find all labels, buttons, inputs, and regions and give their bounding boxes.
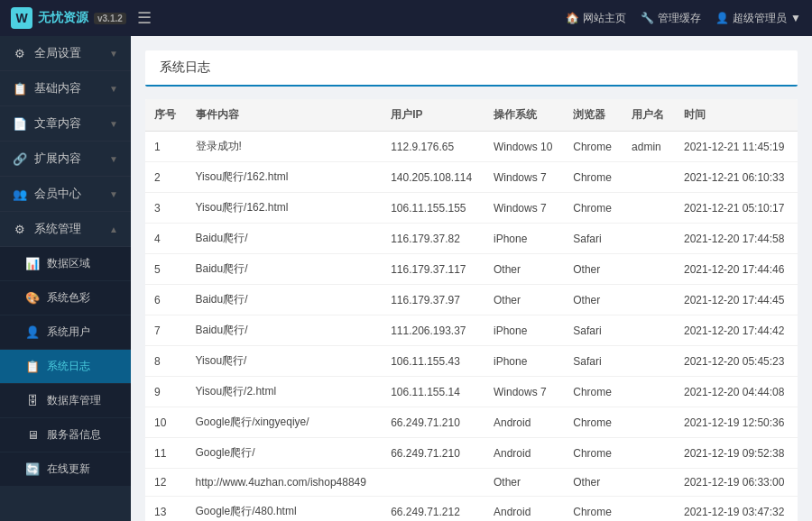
sidebar-label-server: 服务器信息 (47, 427, 101, 443)
table-cell: 2021-12-21 11:45:19 (675, 132, 798, 162)
col-user: 用户名 (623, 99, 675, 132)
table-cell: Android (484, 407, 564, 438)
sidebar-item-system-users[interactable]: 👤 系统用户 (0, 315, 131, 350)
sidebar-item-system-color[interactable]: 🎨 系统色彩 (0, 281, 131, 315)
col-id: 序号 (145, 99, 187, 132)
col-browser: 浏览器 (564, 99, 623, 132)
table-cell: Yisou爬行/162.html (187, 162, 383, 193)
table-cell: 7 (145, 315, 187, 346)
table-cell: 6 (145, 285, 187, 315)
sidebar-item-server-info[interactable]: 🖥 服务器信息 (0, 418, 131, 452)
chevron-up-icon: ▲ (109, 224, 118, 234)
system-submenu: 📊 数据区域 🎨 系统色彩 👤 系统用户 📋 系统日志 (0, 247, 131, 487)
table-cell: 1 (145, 132, 187, 162)
table-cell: 140.205.108.114 (382, 162, 484, 193)
nav-cache-link[interactable]: 🔧 管理缓存 (641, 11, 701, 26)
member-icon: 👥 (13, 187, 27, 201)
log-icon: 📋 (25, 360, 40, 373)
table-cell: 8 (145, 346, 187, 377)
sidebar-item-data-area[interactable]: 📊 数据区域 (0, 247, 131, 281)
system-icon: ⚙ (13, 223, 27, 236)
table-cell: Baidu爬行/ (187, 315, 383, 346)
sidebar-item-global-settings[interactable]: ⚙ 全局设置 ▼ (0, 36, 131, 71)
sidebar-item-article-content[interactable]: 📄 文章内容 ▼ (0, 106, 131, 142)
sidebar-label-member: 会员中心 (34, 186, 81, 202)
table-row: 4Baidu爬行/116.179.37.82iPhoneSafari2021-1… (145, 224, 798, 254)
table-cell (623, 407, 675, 438)
sidebar-label-system-users: 系统用户 (47, 324, 90, 340)
table-cell: Safari (564, 224, 623, 254)
table-row: 9Yisou爬行/2.html106.11.155.14Windows 7Chr… (145, 377, 798, 407)
sidebar-item-basic-content[interactable]: 📋 基础内容 ▼ (0, 71, 131, 106)
chevron-down-icon: ▼ (109, 49, 118, 59)
sidebar-item-member-center[interactable]: 👥 会员中心 ▼ (0, 177, 131, 212)
table-cell: Android (484, 497, 564, 522)
chevron-down-icon: ▼ (109, 154, 118, 164)
sidebar-item-database-mgmt[interactable]: 🗄 数据库管理 (0, 384, 131, 418)
table-cell: 2021-12-19 12:50:36 (675, 407, 798, 438)
table-cell: Yisou爬行/ (187, 346, 383, 377)
table-cell (623, 315, 675, 346)
table-cell: admin (623, 132, 675, 162)
sidebar-item-online-update[interactable]: 🔄 在线更新 (0, 452, 131, 487)
table-header: 序号 事件内容 用户IP 操作系统 浏览器 用户名 时间 (145, 99, 798, 132)
table-cell: Other (484, 469, 564, 497)
table-cell (623, 377, 675, 407)
table-cell: 2 (145, 162, 187, 193)
sidebar-item-system-log[interactable]: 📋 系统日志 (0, 350, 131, 384)
table-cell: Other (484, 285, 564, 315)
table-row: 7Baidu爬行/111.206.193.37iPhoneSafari2021-… (145, 315, 798, 346)
table-cell: Android (484, 438, 564, 469)
table-cell: 10 (145, 407, 187, 438)
table-cell: Other (564, 285, 623, 315)
table-cell: Chrome (564, 162, 623, 193)
table-cell: Other (564, 254, 623, 285)
col-os: 操作系统 (484, 99, 564, 132)
log-table-container: 序号 事件内容 用户IP 操作系统 浏览器 用户名 时间 1登录成功!112.9… (145, 99, 798, 521)
table-cell (623, 224, 675, 254)
table-cell: iPhone (484, 224, 564, 254)
page-title-bar: 系统日志 (145, 50, 798, 87)
menu-toggle-button[interactable]: ☰ (137, 8, 152, 28)
data-area-icon: 📊 (25, 257, 40, 270)
table-cell: 13 (145, 497, 187, 522)
table-cell: Chrome (564, 438, 623, 469)
header-nav: 🏠 网站主页 🔧 管理缓存 👤 超级管理员 ▼ (566, 11, 801, 26)
col-time: 时间 (675, 99, 798, 132)
main-content: 系统日志 序号 事件内容 用户IP 操作系统 浏览器 用户名 时间 1登录成功!… (131, 36, 812, 521)
table-row: 10Google爬行/xingyeqiye/66.249.71.210Andro… (145, 407, 798, 438)
table-cell: http://www.4uzhan.com/ishop48849 (187, 469, 383, 497)
users-icon: 👤 (25, 325, 40, 339)
table-cell: Chrome (564, 377, 623, 407)
sidebar-label-extended: 扩展内容 (34, 151, 81, 167)
nav-admin-link[interactable]: 👤 超级管理员 ▼ (715, 11, 801, 26)
table-row: 11Google爬行/66.249.71.210AndroidChrome202… (145, 438, 798, 469)
table-cell: 11 (145, 438, 187, 469)
table-cell: 2021-12-20 05:45:23 (675, 346, 798, 377)
log-table: 序号 事件内容 用户IP 操作系统 浏览器 用户名 时间 1登录成功!112.9… (145, 99, 798, 521)
table-cell: Windows 10 (484, 132, 564, 162)
table-cell: Chrome (564, 497, 623, 522)
table-row: 3Yisou爬行/162.html106.11.155.155Windows 7… (145, 193, 798, 224)
table-cell (623, 346, 675, 377)
header: W 无忧资源 v3.1.2 ☰ 🏠 网站主页 🔧 管理缓存 👤 超级管理员 ▼ (0, 0, 812, 36)
table-cell (623, 162, 675, 193)
nav-home-link[interactable]: 🏠 网站主页 (566, 11, 626, 26)
table-cell: 111.206.193.37 (382, 315, 484, 346)
col-ip: 用户IP (382, 99, 484, 132)
table-cell: 5 (145, 254, 187, 285)
sidebar-label-system-log: 系统日志 (47, 359, 90, 374)
table-cell: Chrome (564, 407, 623, 438)
table-cell (623, 285, 675, 315)
table-row: 5Baidu爬行/116.179.37.117OtherOther2021-12… (145, 254, 798, 285)
table-cell: 2021-12-21 05:10:17 (675, 193, 798, 224)
sidebar-label-article: 文章内容 (34, 115, 81, 132)
update-icon: 🔄 (25, 462, 40, 476)
table-cell: 2021-12-20 17:44:42 (675, 315, 798, 346)
page-title: 系统日志 (160, 59, 210, 74)
sidebar: ⚙ 全局设置 ▼ 📋 基础内容 ▼ 📄 文章内容 ▼ 🔗 扩展内容 ▼ (0, 36, 131, 521)
table-cell: Windows 7 (484, 162, 564, 193)
sidebar-item-extended-content[interactable]: 🔗 扩展内容 ▼ (0, 142, 131, 177)
sidebar-item-system-mgmt[interactable]: ⚙ 系统管理 ▲ (0, 212, 131, 247)
table-cell: Safari (564, 346, 623, 377)
